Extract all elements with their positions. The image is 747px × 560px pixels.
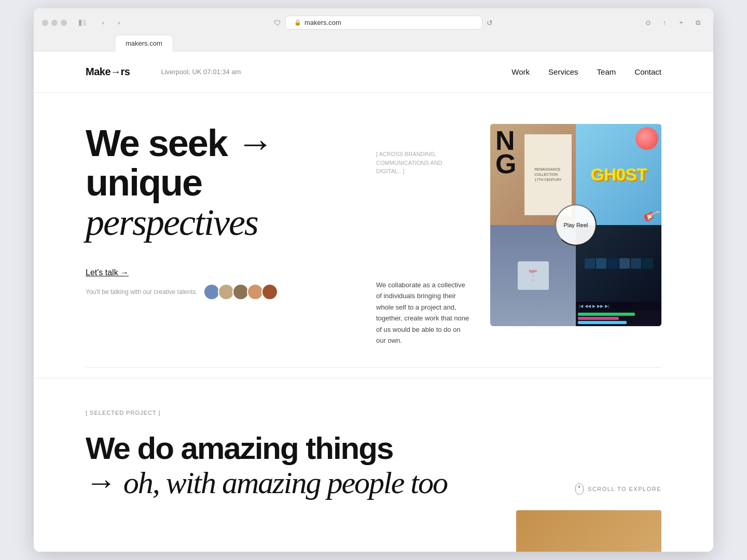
hero-middle: [ ACROSS BRANDING, COMMUNICATIONS AND DI… (376, 124, 469, 346)
browser-chrome: ‹ › 🛡 🔒 makers.com ↺ ⊙ ↑ + ⧉ (34, 8, 713, 51)
headline-line2: unique (86, 162, 202, 203)
scroll-icon (575, 483, 584, 495)
site-header: Make→rs Liverpool, UK 07:01:34 am Work S… (34, 51, 713, 93)
arrow-prefix: → (86, 465, 123, 500)
hero-headline: We seek → unique perspectives (86, 124, 355, 242)
download-button[interactable]: ⊙ (641, 17, 655, 29)
hero-description: We collaborate as a collective of indivi… (376, 279, 469, 346)
shield-icon: 🛡 (274, 19, 281, 27)
url-text: makers.com (305, 19, 341, 26)
avatar-row (203, 284, 278, 300)
reload-button[interactable]: ↺ (487, 19, 493, 27)
tab-overview-button[interactable]: ⧉ (690, 17, 705, 29)
hero-collage: NG RENAISSANCECOLLECTION17TH CENTURY GH0… (490, 124, 661, 326)
ffwd-icon: ▶▶ (597, 304, 603, 309)
end-icon: ▶| (605, 304, 609, 309)
play-reel-label: Play Reel (563, 222, 588, 228)
site-nav: Work Services Team Contact (511, 67, 661, 76)
browser-actions: ⊙ ↑ + ⧉ (641, 17, 705, 29)
tab-bar: makers.com (42, 35, 705, 51)
headline-line3: perspectives (86, 202, 258, 243)
flower-decoration (635, 127, 658, 150)
ghost-text: GH0ST (590, 164, 646, 185)
headline-line1: We seek → (86, 122, 273, 164)
location-time: Liverpool, UK 07:01:34 am (161, 68, 511, 76)
poster-bg: RENAISSANCECOLLECTION17TH CENTURY (524, 134, 572, 215)
nav-services[interactable]: Services (548, 67, 578, 76)
browser-nav-buttons: ‹ › (96, 17, 126, 29)
video-controls: |◀ ◀◀ ▶ ▶▶ ▶| (576, 302, 661, 311)
browser-controls: ‹ › 🛡 🔒 makers.com ↺ ⊙ ↑ + ⧉ (42, 16, 705, 30)
hero-desc-wrap: We collaborate as a collective of indivi… (376, 176, 469, 346)
website-content: Make→rs Liverpool, UK 07:01:34 am Work S… (34, 51, 713, 551)
lets-talk-link[interactable]: Let's talk → (86, 268, 129, 277)
tshirt-graphic: typo↔↑↑ (518, 261, 549, 290)
talking-to: You'll be talking with our creative tale… (86, 284, 355, 300)
traffic-light-minimize[interactable] (51, 20, 58, 26)
browser-window: ‹ › 🛡 🔒 makers.com ↺ ⊙ ↑ + ⧉ (34, 8, 713, 551)
new-tab-button[interactable]: + (674, 17, 688, 29)
timeline-track-2 (578, 317, 619, 320)
bottom-strip (34, 521, 713, 552)
address-bar-container: 🛡 🔒 makers.com ↺ (130, 16, 637, 30)
tshirt-text: typo↔↑↑ (529, 269, 537, 283)
hero-section: We seek → unique perspectives Let's talk… (34, 93, 713, 367)
project-headline: We do amazing things → oh, with amazing … (86, 431, 575, 500)
play-reel-button[interactable]: Play Reel (555, 204, 597, 246)
hero-cta-section: Let's talk → You'll be talking with our … (86, 268, 355, 300)
project-line2: → oh, with amazing people too (86, 466, 575, 500)
svg-rect-0 (79, 20, 81, 26)
video-timeline (576, 311, 661, 326)
poster-fine-text: RENAISSANCECOLLECTION17TH CENTURY (534, 167, 562, 182)
timeline-track-3 (578, 321, 627, 324)
talking-to-text: You'll be talking with our creative tale… (86, 288, 197, 296)
frame (585, 258, 595, 269)
site-logo[interactable]: Make→rs (86, 66, 130, 78)
project-line1: We do amazing things (86, 431, 393, 466)
forward-button[interactable]: › (112, 17, 126, 29)
avatar-5 (261, 284, 278, 300)
nav-work[interactable]: Work (511, 67, 530, 76)
tab-label: makers.com (126, 39, 162, 47)
share-button[interactable]: ↑ (657, 17, 672, 29)
scroll-explore: SCROLL TO EXPLORE (575, 483, 661, 500)
italic-text: oh, with amazing people too (123, 466, 447, 500)
timeline-track-1 (578, 313, 635, 316)
rewind-icon: ◀◀ (585, 304, 591, 309)
hero-tagline: [ ACROSS BRANDING, COMMUNICATIONS AND DI… (376, 150, 444, 176)
play-pause-icon: ▶ (592, 304, 596, 309)
frame (619, 258, 630, 269)
nav-contact[interactable]: Contact (634, 67, 661, 76)
frame (596, 258, 606, 269)
scroll-dot (578, 485, 580, 488)
sidebar-toggle-button[interactable] (75, 17, 90, 29)
frame (607, 258, 618, 269)
video-frames (585, 258, 653, 269)
play-icon: |◀ (579, 304, 583, 309)
active-tab[interactable]: makers.com (115, 35, 173, 51)
scroll-label: SCROLL TO EXPLORE (588, 486, 661, 492)
lock-icon: 🔒 (294, 19, 301, 26)
selected-project-section: [ SELECTED PROJECT ] We do amazing thing… (34, 378, 713, 521)
ng-letters: NG (495, 129, 516, 175)
nav-team[interactable]: Team (597, 67, 616, 76)
frame (642, 258, 653, 269)
back-button[interactable]: ‹ (96, 17, 110, 29)
project-text: We do amazing things → oh, with amazing … (86, 431, 575, 500)
hero-left: We seek → unique perspectives Let's talk… (86, 124, 355, 346)
project-row: We do amazing things → oh, with amazing … (86, 431, 661, 500)
frame (631, 258, 641, 269)
traffic-light-close[interactable] (42, 20, 48, 26)
traffic-lights (42, 20, 67, 26)
guitar-icon: 🎸 (642, 206, 661, 225)
bottom-image-placeholder (516, 510, 661, 552)
section-label: [ SELECTED PROJECT ] (86, 410, 661, 416)
svg-rect-1 (82, 20, 86, 26)
traffic-light-maximize[interactable] (61, 20, 67, 26)
address-bar[interactable]: 🔒 makers.com (285, 16, 482, 30)
section-divider (86, 367, 661, 368)
